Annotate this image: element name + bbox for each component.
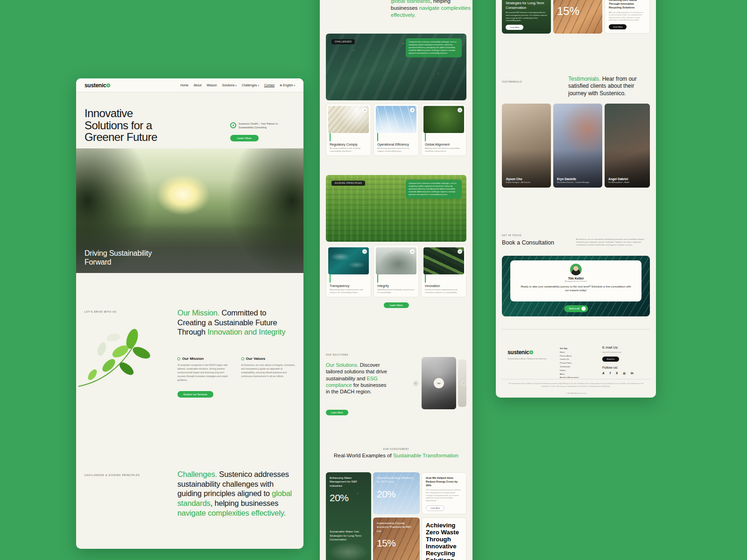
facebook-icon[interactable]: f xyxy=(610,371,611,375)
testimonial-card[interactable]: Jiyoon Cho Graphic Designer + Art Direct… xyxy=(502,104,551,188)
mission-columns: Our Mission To empower companies in the … xyxy=(177,357,296,382)
language-switcher[interactable]: ⊕ English ▾ xyxy=(280,84,295,87)
case-stat: 20% xyxy=(330,492,367,504)
person-name: Jiyoon Cho xyxy=(506,177,538,181)
case-card-circular-economy[interactable]: 15% xyxy=(553,0,602,34)
case-title: Sustainable Water Use Strategies for Lon… xyxy=(506,0,547,10)
principle-card-innovation[interactable]: ↗ Innovation Driving continuous improvem… xyxy=(421,245,466,297)
person-role: Pro Makeup Artist + Model xyxy=(608,182,641,184)
nav-item-about[interactable]: About xyxy=(194,84,202,87)
logo-text: sustenic xyxy=(507,349,529,356)
photo-shade xyxy=(605,104,650,188)
nav-item-contact[interactable]: Contact xyxy=(264,84,275,87)
case-title: Achieving Zero Waste Through Innovative … xyxy=(609,0,646,10)
solutions-heading: Our Solutions. Discover tailored solutio… xyxy=(326,362,391,395)
instagram-icon[interactable]: ◎ xyxy=(623,371,626,375)
ocean-waves-image: ↗ xyxy=(328,247,369,274)
carousel-prev-button[interactable]: ‹ xyxy=(413,381,418,386)
nav-item-mission[interactable]: Mission xyxy=(207,84,217,87)
explore-services-button[interactable]: Explore our Services xyxy=(177,391,213,398)
challenge-card-regulatory[interactable]: ↗ Regulatory Comply Ensuring compliance … xyxy=(326,104,371,156)
arrow-up-right-icon[interactable]: ↗ xyxy=(410,249,415,254)
avatar xyxy=(570,264,582,275)
spark-badge-icon xyxy=(425,274,426,283)
card-description: Maintaining open communication and clari… xyxy=(330,288,367,294)
book-a-call-button[interactable]: Book a call → xyxy=(564,305,588,312)
shield-badge-icon xyxy=(377,274,378,283)
footer-link-privacy[interactable]: Privacy Policy xyxy=(560,361,578,365)
mission-column: Our Mission To empower companies in the … xyxy=(177,357,233,382)
footer-divider xyxy=(502,379,650,379)
learn-more-button[interactable]: Learn More xyxy=(609,24,627,29)
case-card-circular-economy[interactable]: Implementing Circular Economy Practices … xyxy=(373,518,420,560)
arrow-up-right-icon[interactable]: ↗ xyxy=(362,108,367,112)
arrow-right-icon: → xyxy=(581,307,585,311)
card-title: Global Alignment xyxy=(425,143,464,146)
nav-item-challenges[interactable]: Challenges ▾ xyxy=(242,84,259,87)
card-description: Aligning with international sustainabili… xyxy=(425,147,463,153)
arrow-up-right-icon[interactable]: ↗ xyxy=(410,108,415,112)
footer-links: Site Map Home Practice Areas Contact Us … xyxy=(560,347,578,379)
wind-turbines-image: ↗ xyxy=(376,106,416,133)
solutions-learn-more-button[interactable]: Learn More xyxy=(326,410,348,415)
behance-icon[interactable]: A xyxy=(602,371,605,375)
testimonial-card[interactable]: Angel Gabriel Pro Makeup Artist + Model xyxy=(605,104,650,188)
footer-link-home[interactable]: Home xyxy=(560,350,578,354)
achievement-heading: Real-World Examples of Sustainable Trans… xyxy=(320,453,472,458)
case-card-zero-waste[interactable]: Achieving Zero Waste Through Innovative … xyxy=(422,518,466,560)
case-stat: 20% xyxy=(377,489,416,500)
person-role: Recruitment Director + Creative Manager xyxy=(557,182,590,184)
case-card-energy-efficiency[interactable]: Optimizing Energy Efficiency for XYZ Cor… xyxy=(373,472,420,514)
arrow-up-right-icon[interactable]: ↗ xyxy=(362,249,367,254)
learn-more-button[interactable]: Learn More xyxy=(506,25,523,30)
card-title: Regulatory Comply xyxy=(330,143,369,146)
case-card-zero-waste[interactable]: Achieving Zero Waste Through Innovative … xyxy=(605,0,650,34)
testimonial-cards-row: Jiyoon Cho Graphic Designer + Art Direct… xyxy=(502,104,650,188)
footer-link-contact[interactable]: Contact Us xyxy=(560,357,578,361)
learn-more-button[interactable]: Learn More xyxy=(383,302,409,308)
nav-item-solutions[interactable]: Solutions ▾ xyxy=(222,84,237,87)
footer-link-sitemap[interactable]: Site Map xyxy=(560,347,578,350)
design-showcase-stage: sustenic Home About Mission Solutions ▾ … xyxy=(0,0,747,560)
nav-item-home[interactable]: Home xyxy=(180,84,188,87)
x-twitter-icon[interactable]: X xyxy=(616,371,618,375)
sustenico-logo[interactable]: sustenic xyxy=(507,349,533,356)
email-us-button[interactable]: Email Us xyxy=(602,357,619,362)
case-card-water-strategies[interactable]: Sustainable Water Use Strategies for Lon… xyxy=(502,0,551,34)
values-column-body: At Sustenico, our core values of integri… xyxy=(241,363,297,378)
solutions-eyebrow-label: OUR SOLUTIONS xyxy=(326,354,348,356)
testimonial-card[interactable]: Eryn Danielle Recruitment Director + Cre… xyxy=(553,104,602,188)
case-card-water-management[interactable]: Enhancing Water Management for DEF Indus… xyxy=(326,472,371,560)
challenge-card-global[interactable]: ↗ Global Alignment Aligning with interna… xyxy=(421,104,466,156)
card-description: Driving continuous improvement and innov… xyxy=(425,288,463,294)
arrow-up-right-icon[interactable]: ↗ xyxy=(458,249,462,254)
footer-link-testimonials[interactable]: Testimonials xyxy=(560,365,578,369)
hero-image-caption: Driving Sustainability Forward xyxy=(85,249,171,266)
arrow-up-right-icon[interactable]: ↗ xyxy=(458,108,462,112)
footer-link-practice-areas[interactable]: Practice Areas xyxy=(560,354,578,358)
principle-card-integrity[interactable]: ↗ Integrity Upholding ethical standards … xyxy=(374,245,419,297)
principle-card-transparency[interactable]: ↗ Transparency Maintaining open communic… xyxy=(326,245,371,297)
learn-more-button[interactable]: Learn More xyxy=(426,505,444,511)
tap-button[interactable]: TAP xyxy=(434,378,444,388)
mission-column-body: To empower companies in the DACH region … xyxy=(177,363,233,382)
green-terraces-image: ↗ xyxy=(423,247,464,274)
sustenico-logo[interactable]: sustenic xyxy=(85,82,110,89)
footer-divider xyxy=(502,329,650,329)
footer-tagline: Sustainability in Action. Solutions for … xyxy=(507,357,547,360)
footer-email-address[interactable]: clients@sustenico.com xyxy=(602,351,634,353)
leaf-badge-icon xyxy=(177,357,180,360)
carousel-next-button[interactable]: › xyxy=(461,381,466,386)
linkedin-icon[interactable]: in xyxy=(631,371,634,375)
footer-link-videos[interactable]: Videos xyxy=(560,369,578,372)
leaf-ring-icon xyxy=(529,350,533,354)
solutions-carousel-photo[interactable]: TAP xyxy=(422,357,456,409)
hero-learn-more-button[interactable]: Learn More xyxy=(230,135,259,141)
card-title: Operational Efficiency xyxy=(377,143,416,146)
footer-link-about[interactable]: About xyxy=(560,372,578,376)
leaf-ring-icon xyxy=(106,84,110,87)
case-card-energy-detail[interactable]: How We Helped them Reduce Energy Costs b… xyxy=(422,472,466,514)
footer-disclaimer: The information on this website is for g… xyxy=(506,383,646,388)
challenge-card-operational[interactable]: ↗ Operational Efficiency Enhancing opera… xyxy=(374,104,419,156)
foggy-forest-image: ↗ xyxy=(376,247,416,274)
